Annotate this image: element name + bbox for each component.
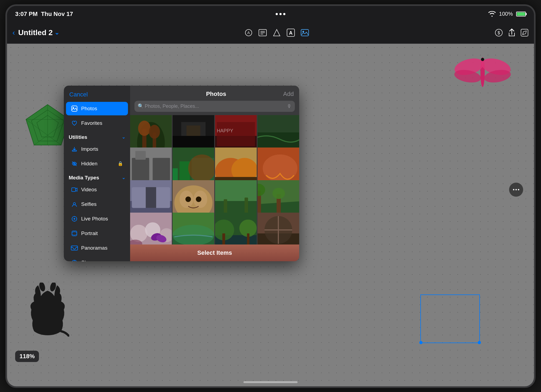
svg-rect-116 [215, 235, 257, 244]
svg-point-31 [518, 189, 519, 190]
add-button[interactable]: Add [283, 91, 294, 98]
sidebar-slo-mo-label: Slo-mo [81, 260, 97, 261]
utilities-title: Utilities [69, 134, 87, 140]
coin-icon[interactable]: $ [494, 28, 503, 37]
svg-point-38 [73, 203, 75, 205]
sidebar-portrait-label: Portrait [81, 230, 98, 236]
pen-tool-icon[interactable]: A [244, 28, 253, 37]
textbox-icon[interactable] [258, 29, 267, 36]
document-title[interactable]: Untitled 2 ⌄ [18, 28, 59, 37]
media-icon[interactable] [301, 28, 309, 37]
battery-label: 100% [499, 11, 513, 17]
svg-point-81 [231, 158, 257, 182]
favorites-icon [71, 120, 78, 127]
svg-point-109 [130, 240, 142, 244]
wifi-icon [488, 11, 496, 17]
sidebar-selfies-label: Selfies [81, 201, 97, 207]
svg-point-94 [196, 196, 202, 202]
back-button[interactable]: ‹ [12, 28, 15, 37]
more-options-button[interactable] [509, 183, 523, 197]
status-time: 3:07 PM Thu Nov 17 [15, 11, 73, 18]
toolbar-center: A A [244, 28, 309, 37]
utilities-section-header: Utilities ⌄ [64, 130, 130, 142]
resize-handle-bl[interactable] [419, 341, 423, 344]
svg-point-78 [188, 155, 214, 182]
svg-rect-113 [173, 235, 214, 244]
svg-point-104 [272, 188, 285, 199]
svg-rect-12 [521, 29, 528, 36]
svg-point-59 [149, 125, 160, 138]
svg-point-93 [185, 196, 191, 202]
utilities-chevron-icon: ⌄ [122, 135, 125, 140]
resize-handle-br[interactable] [478, 341, 481, 344]
photo-cell[interactable] [258, 213, 299, 244]
microphone-icon[interactable]: 🎙 [287, 103, 292, 109]
photo-cell[interactable] [130, 213, 172, 244]
svg-text:$: $ [498, 31, 500, 35]
select-items-button[interactable]: Select Items [197, 249, 232, 256]
svg-line-50 [73, 261, 75, 261]
title-chevron-icon: ⌄ [54, 29, 59, 36]
shapes-icon[interactable] [272, 28, 281, 37]
svg-point-107 [145, 222, 160, 237]
svg-rect-46 [71, 246, 78, 250]
share-icon[interactable] [508, 28, 516, 37]
sidebar-photos-label: Photos [81, 106, 97, 112]
svg-point-29 [513, 189, 514, 190]
sidebar-item-imports[interactable]: Imports [66, 142, 128, 156]
text-icon[interactable]: A [286, 28, 295, 37]
imports-icon [71, 146, 78, 153]
picker-header: Photos Add [130, 86, 299, 101]
svg-point-28 [481, 58, 484, 61]
zoom-level-badge: 118% [15, 351, 39, 362]
edit-icon[interactable] [520, 29, 529, 37]
canvas-area: 118% Cancel Photos [7, 44, 534, 386]
photo-cell[interactable] [215, 213, 257, 244]
svg-point-9 [302, 31, 304, 32]
sidebar-item-favorites[interactable]: Favorites [66, 116, 128, 130]
svg-rect-118 [222, 233, 225, 244]
sidebar-favorites-label: Favorites [81, 120, 102, 126]
sidebar-item-portrait[interactable]: Portrait [66, 227, 128, 240]
battery-icon [516, 12, 526, 16]
media-types-chevron-icon: ⌄ [122, 175, 125, 180]
svg-point-108 [160, 228, 172, 242]
svg-text:HAPPY: HAPPY [217, 128, 233, 133]
svg-point-106 [130, 225, 147, 242]
status-right: 100% [488, 11, 526, 17]
svg-point-119 [239, 220, 257, 237]
photo-cell[interactable] [173, 213, 214, 244]
svg-point-102 [258, 183, 265, 196]
dot3 [283, 13, 285, 15]
status-dots [276, 13, 285, 15]
svg-text:A: A [289, 30, 293, 36]
cancel-button[interactable]: Cancel [69, 91, 88, 98]
selfies-icon [71, 201, 78, 208]
sidebar-item-panoramas[interactable]: Panoramas [66, 241, 128, 255]
sidebar-item-videos[interactable]: Videos [66, 183, 128, 196]
toolbar: ‹ Untitled 2 ⌄ A [7, 22, 534, 44]
media-types-section-header: Media Types ⌄ [64, 171, 130, 182]
svg-point-84 [263, 155, 297, 182]
sidebar-item-selfies[interactable]: Selfies [66, 197, 128, 211]
svg-point-117 [215, 220, 234, 240]
sidebar-item-hidden[interactable]: Hidden 🔒 [66, 157, 128, 170]
sidebar-item-live-photos[interactable]: Live Photos [66, 212, 128, 226]
search-input[interactable] [134, 101, 295, 112]
sidebar-item-photos[interactable]: Photos [66, 102, 128, 115]
svg-rect-88 [146, 187, 156, 208]
svg-point-58 [138, 120, 151, 136]
svg-rect-34 [72, 150, 77, 151]
sidebar-live-photos-label: Live Photos [81, 216, 108, 222]
sidebar-videos-label: Videos [81, 187, 97, 193]
sidebar-item-slo-mo[interactable]: Slo-mo [66, 256, 128, 261]
svg-point-92 [193, 190, 207, 208]
svg-rect-120 [247, 233, 249, 244]
hidden-icon [71, 160, 78, 167]
slo-mo-icon [71, 259, 78, 261]
picker-title: Photos [149, 91, 283, 98]
svg-rect-87 [132, 187, 170, 208]
dragonfly-shape [453, 55, 512, 87]
select-items-bar: Select Items [130, 244, 299, 261]
svg-point-114 [173, 225, 214, 244]
